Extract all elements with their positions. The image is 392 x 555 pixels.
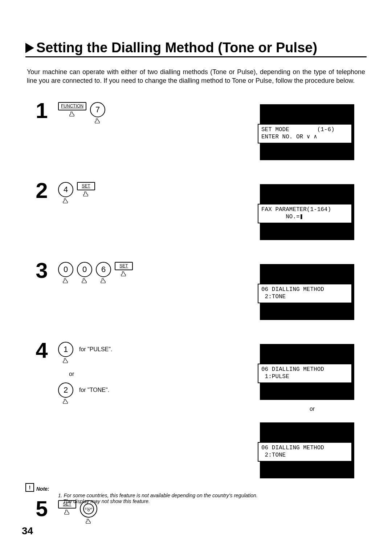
digit-key-label: 7 (90, 102, 105, 117)
press-hand-icon (99, 278, 107, 284)
press-hand-icon (63, 509, 71, 516)
lcd-line: 1:PULSE (261, 373, 289, 380)
stop-key-label: STOP (83, 503, 94, 514)
press-hand-icon (62, 358, 70, 364)
note-label: Note: (36, 486, 49, 492)
digit-key-label: 0 (77, 262, 92, 277)
set-key: SET (115, 262, 133, 278)
exclamation-icon: ! (25, 483, 34, 492)
digit-key-label: 2 (58, 382, 73, 398)
step-number: 1 (25, 100, 58, 122)
lcd-line: 2:TONE (261, 452, 286, 458)
step-row: 4 1 for "PULSE". or 2 (25, 340, 367, 476)
step-number: 2 (25, 180, 58, 202)
lcd-line: 06 DIALLING METHOD (261, 286, 324, 293)
digit-key-0: 0 (77, 262, 92, 284)
lcd-display: 06 DIALLING METHOD 2:TONE (258, 262, 352, 318)
lcd-line: 06 DIALLING METHOD (261, 366, 324, 373)
for-pulse-text: for "PULSE". (79, 342, 112, 353)
function-key-label: FUNCTION (58, 102, 86, 110)
press-hand-icon (62, 398, 70, 405)
press-hand-icon (62, 278, 70, 284)
lcd-display: FAX PARAMETER(1-164) NO.=❚ (258, 182, 352, 238)
note-line: The display may not show this feature. (63, 498, 367, 504)
digit-key-label: 0 (58, 262, 73, 277)
lcd-display: 06 DIALLING METHOD 2:TONE (258, 420, 352, 476)
digit-key-label: 6 (96, 262, 111, 277)
triangle-right-icon (25, 43, 34, 53)
step-row: 1 FUNCTION 7 (25, 100, 367, 158)
function-key: FUNCTION (58, 102, 86, 118)
press-hand-icon (68, 111, 76, 118)
lcd-line: NO.=❚ (261, 214, 303, 220)
set-key: SET (77, 182, 95, 198)
intro-paragraph: Your machine can operate with either of … (25, 68, 367, 85)
digit-key-4: 4 (58, 182, 73, 204)
set-key-label: SET (115, 262, 133, 270)
step-number: 4 (25, 340, 58, 361)
page-number: 34 (22, 525, 33, 537)
note-line: 1. For some countries, this feature is n… (58, 493, 367, 498)
page-title: Setting the Dialling Method (Tone or Pul… (36, 40, 317, 56)
lcd-line: 2:TONE (261, 293, 286, 300)
step-number: 3 (25, 260, 58, 281)
step-row: 3 0 0 6 (25, 260, 367, 318)
lcd-display: 06 DIALLING METHOD 1:PULSE (258, 342, 352, 398)
press-hand-icon (81, 278, 89, 284)
digit-key-2: 2 (58, 382, 73, 405)
page-title-row: Setting the Dialling Method (Tone or Pul… (25, 40, 367, 57)
press-hand-icon (62, 198, 70, 204)
steps-list: 1 FUNCTION 7 (25, 100, 367, 525)
note-block: ! Note: 1. For some countries, this feat… (25, 483, 367, 504)
lcd-line: 06 DIALLING METHOD (261, 445, 324, 451)
lcd-line: FAX PARAMETER(1-164) (261, 206, 331, 213)
digit-key-7: 7 (90, 102, 105, 125)
lcd-line: SET MODE (1-6) (261, 126, 335, 133)
or-text: or (69, 371, 258, 377)
or-text: or (258, 406, 367, 412)
step-row: 2 4 SET (25, 180, 367, 238)
press-hand-icon (94, 118, 102, 125)
digit-key-6: 6 (96, 262, 111, 284)
digit-key-1: 1 (58, 342, 73, 364)
set-key-label: SET (77, 182, 95, 190)
stop-dot-icon (87, 509, 90, 511)
lcd-display: SET MODE (1-6) ENTER NO. OR ∨ ∧ (258, 102, 352, 158)
press-hand-icon (82, 191, 90, 198)
digit-key-label: 4 (58, 182, 73, 197)
for-tone-text: for "TONE". (79, 382, 109, 393)
digit-key-0: 0 (58, 262, 73, 284)
lcd-line: ENTER NO. OR ∨ ∧ (261, 134, 317, 140)
digit-key-label: 1 (58, 342, 73, 357)
press-hand-icon (120, 271, 128, 278)
press-hand-icon (85, 518, 93, 525)
